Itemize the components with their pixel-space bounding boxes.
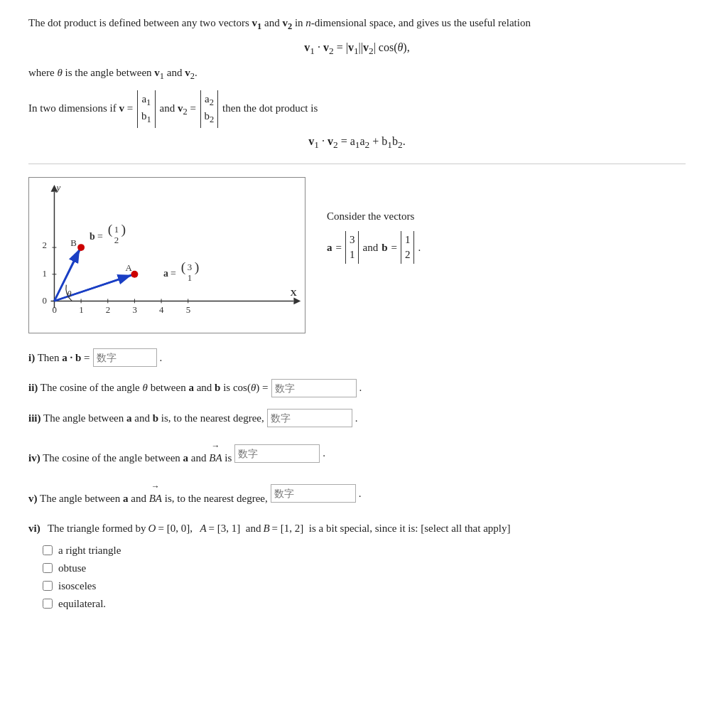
svg-text:y: y: [55, 183, 60, 193]
formula1: v1 · v2 = |v1||v2| cos(θ),: [28, 41, 686, 57]
svg-text:2: 2: [114, 235, 119, 245]
in-two-dimensions: In two dimensions if v = a1 b1 and v2 = …: [28, 90, 686, 128]
checkbox-right-triangle-input[interactable]: [43, 545, 53, 555]
svg-text:1: 1: [79, 305, 83, 315]
svg-text:): ): [121, 221, 126, 237]
checkbox-isosceles[interactable]: isosceles: [43, 580, 686, 592]
qiii-input[interactable]: [267, 409, 352, 427]
svg-text:0: 0: [43, 296, 47, 306]
qv-input[interactable]: [271, 484, 356, 503]
svg-text:2: 2: [43, 240, 47, 250]
question-v: v) The angle between a and → BA is, to t…: [28, 478, 686, 509]
question-i: i) Then a · b = .: [28, 348, 686, 368]
svg-text:1: 1: [114, 225, 119, 235]
svg-point-30: [131, 271, 138, 278]
svg-text:3: 3: [188, 262, 192, 272]
v-matrix: a1 b1: [137, 90, 156, 128]
checkbox-obtuse-label: obtuse: [58, 562, 86, 574]
svg-text:(: (: [181, 259, 186, 275]
checkbox-equilateral[interactable]: equilateral.: [43, 598, 686, 610]
question-iii: iii) The angle between a and b is, to th…: [28, 408, 686, 429]
svg-text:4: 4: [159, 305, 164, 315]
divider: [28, 164, 686, 164]
svg-text:θ: θ: [67, 289, 72, 299]
qiv-period: .: [323, 443, 325, 464]
graph-svg: 0 1 2 3 4 5 X 0 1 2 y: [29, 178, 305, 333]
graph-container: 0 1 2 3 4 5 X 0 1 2 y: [28, 177, 305, 333]
question-vi: vi) The triangle formed by O = [0, 0], A…: [28, 518, 686, 610]
qiii-period: .: [355, 408, 358, 429]
qii-input[interactable]: [271, 379, 357, 397]
svg-text:a: a: [163, 268, 168, 279]
formula2: v1 · v2 = a1a2 + b1b2.: [28, 135, 686, 151]
checkbox-right-triangle-label: a right triangle: [58, 545, 121, 557]
qii-label: ii) The cosine of the angle θ between a …: [28, 378, 269, 398]
qvi-label: vi) The triangle formed by O = [0, 0], A…: [28, 518, 686, 539]
svg-point-28: [77, 244, 85, 251]
checkbox-equilateral-label: equilateral.: [58, 598, 106, 610]
svg-text:b: b: [90, 231, 95, 242]
svg-text:=: =: [171, 268, 176, 279]
svg-text:2: 2: [106, 305, 110, 315]
svg-text:B: B: [70, 238, 77, 248]
where-text: where θ is the angle between v1 and v2.: [28, 64, 686, 84]
graph-and-consider: 0 1 2 3 4 5 X 0 1 2 y: [28, 177, 686, 333]
question-iv: iv) The cosine of the angle between a an…: [28, 438, 686, 469]
question-ii: ii) The cosine of the angle θ between a …: [28, 378, 686, 398]
checkbox-obtuse-input[interactable]: [43, 563, 53, 573]
qiv-label: iv) The cosine of the angle between a an…: [28, 438, 232, 469]
svg-text:1: 1: [188, 273, 192, 283]
svg-text:3: 3: [132, 305, 136, 315]
svg-text:5: 5: [186, 305, 190, 315]
svg-text:X: X: [290, 288, 297, 298]
qi-input[interactable]: [93, 348, 157, 367]
qiv-input[interactable]: [234, 444, 320, 463]
svg-text:A: A: [126, 263, 133, 273]
v2-matrix: a2 b2: [200, 90, 219, 128]
checkbox-obtuse[interactable]: obtuse: [43, 562, 686, 574]
qi-period: .: [160, 348, 163, 368]
qii-period: .: [359, 378, 362, 398]
svg-text:(: (: [108, 221, 113, 237]
svg-text:0: 0: [52, 305, 56, 315]
consider-text: Consider the vectors a = 3 1 and b = 1 2…: [327, 177, 421, 264]
qv-label: v) The angle between a and → BA is, to t…: [28, 478, 268, 509]
qv-period: .: [359, 483, 362, 504]
svg-text:1: 1: [43, 269, 47, 279]
checkbox-equilateral-input[interactable]: [43, 599, 53, 609]
qiii-label: iii) The angle between a and b is, to th…: [28, 408, 264, 429]
svg-text:): ): [195, 259, 200, 275]
svg-text:=: =: [97, 231, 103, 242]
intro-paragraph: The dot product is defined between any t…: [28, 14, 686, 34]
svg-marker-1: [293, 297, 301, 304]
qi-label: i) Then a · b =: [28, 348, 90, 368]
checkbox-right-triangle[interactable]: a right triangle: [43, 545, 686, 557]
checkbox-isosceles-input[interactable]: [43, 581, 53, 591]
checkbox-isosceles-label: isosceles: [58, 580, 96, 592]
